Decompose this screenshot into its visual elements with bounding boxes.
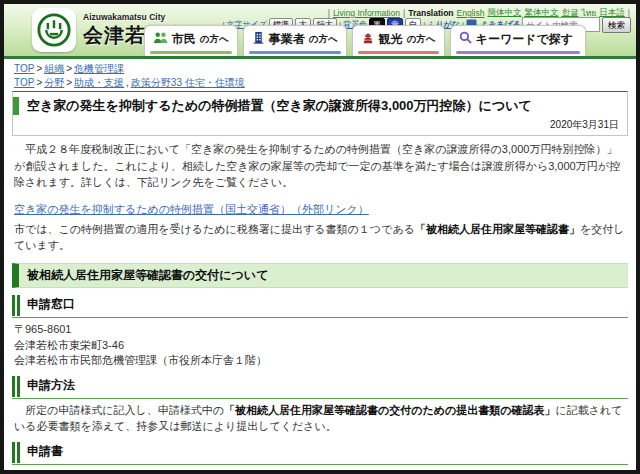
tab-label: 市民	[172, 31, 196, 48]
tab-label-suffix: の方へ	[407, 33, 436, 46]
tab-accent-bar	[456, 51, 580, 54]
breadcrumb-line-1: TOP>組織>危機管理課	[14, 62, 626, 76]
postal-code: 〒965-8601	[14, 322, 626, 338]
separator: >	[36, 77, 42, 88]
tab-label: キーワードで探す	[476, 31, 573, 48]
brand-subtitle: Aizuwakamatsu City	[83, 12, 188, 22]
city-emblem-icon	[32, 8, 76, 52]
mlit-special-measure-link[interactable]: 空き家の発生を抑制するための特例措置（国土交通省）（外部リンク）	[14, 203, 369, 215]
tab-accent-bar	[150, 51, 232, 54]
breadcrumb-top-link[interactable]: TOP	[14, 77, 34, 88]
breadcrumb-top-link[interactable]: TOP	[14, 63, 34, 74]
article-date: 2020年3月31日	[13, 115, 621, 132]
address-line: 会津若松市東栄町3-46	[14, 338, 626, 354]
audience-tabs: 市民の方へ 事業者の方へ	[144, 25, 586, 56]
external-link-line: 空き家の発生を抑制するための特例措置（国土交通省）（外部リンク）	[14, 202, 626, 216]
separator: >	[36, 63, 42, 74]
search-icon	[459, 30, 472, 48]
tab-business[interactable]: 事業者の方へ	[243, 25, 347, 56]
business-building-icon	[252, 30, 265, 48]
site-search-button[interactable]: 検索	[602, 17, 631, 33]
breadcrumb-josei-shien-link[interactable]: 助成・支援	[74, 77, 124, 88]
breadcrumb-seisaku-bunya-link[interactable]: 政策分野33 住宅・住環境	[131, 77, 245, 88]
checklist-doc-name: 「被相続人居住用家屋等確認書の交付のための提出書類の確認表」	[224, 404, 556, 416]
application-method-paragraph: 所定の申請様式に記入し、申請様式中の「被相続人居住用家屋等確認書の交付のための提…	[14, 402, 626, 435]
confirmation-doc-name: 「被相続人居住用家屋等確認書」	[415, 223, 580, 235]
tab-keyword-search[interactable]: キーワードで探す	[450, 25, 586, 56]
intro-paragraph: 平成２８年度税制改正において「空き家の発生を抑制するための特例措置（空き家の譲渡…	[14, 141, 626, 191]
article-title-box: 空き家の発生を抑制するための特例措置（空き家の譲渡所得3,000万円控除）につい…	[12, 91, 628, 136]
confirmation-paragraph: 市では、この特例措置の適用を受けるために税務署に提出する書類の１つである「被相続…	[14, 221, 626, 254]
browser-page: Aizuwakamatsu City 会津若松市 | Living Inform…	[0, 0, 640, 474]
subsection-heading-application-window: 申請窓口	[12, 296, 628, 318]
section-heading-confirmation-issuance: 被相続人居住用家屋等確認書の交付について	[12, 263, 628, 288]
tab-accent-bar	[249, 51, 341, 54]
article-main: 空き家の発生を抑制するための特例措置（空き家の譲渡所得3,000万円控除）につい…	[4, 91, 636, 474]
subsection-heading-application-method: 申請方法	[12, 377, 628, 399]
form-distribution-line: 申請書は、危機管理課の窓口で配布しています。	[14, 469, 626, 474]
tab-tourism[interactable]: 観光の方へ	[352, 25, 445, 56]
tab-label: 事業者	[269, 31, 305, 48]
separator: ,	[126, 77, 129, 88]
breadcrumbs: TOP>組織>危機管理課 TOP>分野>助成・支援,政策分野33 住宅・住環境	[4, 59, 636, 91]
page-title: 空き家の発生を抑制するための特例措置（空き家の譲渡所得3,000万円控除）につい…	[27, 97, 532, 115]
breadcrumb-line-2: TOP>分野>助成・支援,政策分野33 住宅・住環境	[14, 76, 626, 90]
breadcrumb-soshiki-link[interactable]: 組織	[44, 63, 64, 74]
castle-icon	[361, 30, 375, 48]
site-header: Aizuwakamatsu City 会津若松市 | Living Inform…	[4, 4, 636, 56]
citizens-icon	[153, 30, 168, 48]
subsection-heading-application-form: 申請書	[12, 443, 628, 465]
application-window-address: 〒965-8601 会津若松市東栄町3-46 会津若松市市民部危機管理課（市役所…	[14, 322, 626, 370]
tab-label: 観光	[379, 31, 403, 48]
tab-citizens[interactable]: 市民の方へ	[144, 25, 238, 56]
breadcrumb-bunya-link[interactable]: 分野	[44, 77, 64, 88]
tab-label-suffix: の方へ	[200, 33, 229, 46]
paragraph-text: 市では、この特例措置の適用を受けるために税務署に提出する書類の１つである	[14, 223, 415, 235]
separator: >	[66, 77, 72, 88]
paragraph-text: 所定の申請様式に記入し、申請様式中の	[14, 404, 224, 416]
department-line: 会津若松市市民部危機管理課（市役所本庁舎１階）	[14, 353, 626, 369]
breadcrumb-kikikanrika-link[interactable]: 危機管理課	[74, 63, 124, 74]
tab-accent-bar	[358, 51, 439, 54]
application-form-info: 申請書は、危機管理課の窓口で配布しています。 Word形式の申請書は、お手数です…	[14, 469, 626, 474]
title-accent-bar	[13, 97, 19, 115]
separator: >	[66, 63, 72, 74]
tab-label-suffix: の方へ	[309, 33, 338, 46]
